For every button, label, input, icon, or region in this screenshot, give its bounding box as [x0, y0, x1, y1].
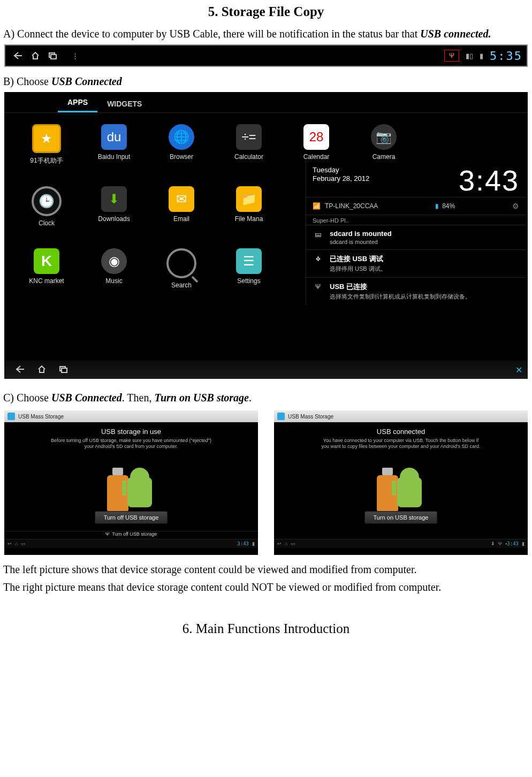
close-panel-icon[interactable]: ✕ — [515, 365, 522, 375]
app-item[interactable]: ⬇Downloads — [80, 186, 148, 240]
back-icon[interactable]: ↩ — [7, 541, 12, 546]
status-clock: 5:35 — [490, 49, 522, 63]
recent-apps-icon[interactable]: ▭ — [21, 541, 26, 546]
step-a-bold: USB connected. — [420, 28, 491, 40]
usb-plugged-icon: Ψ — [444, 50, 459, 62]
home-icon[interactable] — [31, 365, 52, 375]
battery-icon: ▮ — [480, 52, 483, 60]
app-label: 91手机助手 — [30, 156, 63, 165]
statusbar-screenshot: ⋮ Ψ ▮▯ ▮ 5:35 — [4, 44, 528, 67]
mail-icon: ✉ — [169, 186, 194, 212]
notif-item-usb-connected[interactable]: Ψ USB 已连接 选择将文件复制到计算机或从计算机复制到存储设备。 — [306, 277, 526, 305]
step-c-bold1: USB Connected — [51, 392, 122, 403]
bug-icon: ❖ — [313, 255, 323, 263]
step-c-pre: C) Choose — [3, 392, 51, 403]
calendar-icon: 28 — [303, 124, 329, 150]
overflow-icon: ⋮ — [72, 52, 80, 60]
wifi-icon: 📶 — [313, 202, 321, 210]
app-item[interactable]: ☰Settings — [215, 248, 283, 302]
recent-apps-icon[interactable] — [52, 365, 74, 375]
recent-apps-icon[interactable]: ▭ — [291, 541, 295, 546]
usb-icon: Ψ — [313, 283, 323, 291]
turn-off-usb-storage-button[interactable]: Turn off USB storage — [95, 511, 168, 524]
tab-apps[interactable]: APPS — [58, 94, 97, 112]
app-label: Clock — [39, 219, 55, 227]
usb-subtext: Before turning off USB storage, make sur… — [51, 438, 211, 450]
notif-item-sub: sdcard is mounted — [330, 239, 392, 245]
section-5-title: 5. Storage File Copy — [0, 4, 532, 19]
clock-icon: 🕒 — [32, 186, 62, 216]
app-item[interactable]: KKNC market — [13, 248, 80, 302]
signal-icon: ▮ — [252, 541, 255, 546]
usb-heading: USB storage in use — [101, 428, 161, 436]
app-label: Downloads — [98, 215, 130, 223]
app-label: Search — [171, 281, 192, 289]
usb-storage-screenshots: USB Mass Storage USB storage in use Befo… — [4, 410, 528, 555]
signal-icon: ▮▯ — [466, 52, 473, 60]
app-item[interactable]: ◉Music — [80, 248, 148, 302]
folder-icon: 📁 — [236, 186, 262, 212]
notif-item-sdcard[interactable]: 🖴 sdcard is mounted sdcard is mounted — [306, 225, 526, 249]
step-a: A) Connect the device to computer by USB… — [0, 27, 532, 41]
app-item[interactable]: duBaidu Input — [80, 124, 148, 178]
app-91-icon: ★ — [32, 124, 61, 153]
window-app-icon — [7, 413, 15, 420]
status-clock: 3:43 — [237, 541, 249, 546]
home-icon — [27, 49, 44, 62]
app-label: Music — [105, 277, 122, 285]
app-item[interactable]: 🌐Browser — [148, 124, 215, 178]
back-icon[interactable]: ↩ — [277, 541, 282, 546]
settings-icon: ☰ — [236, 248, 262, 274]
back-icon[interactable] — [10, 365, 31, 375]
notif-item-title: USB 已连接 — [330, 282, 471, 292]
quick-settings[interactable]: 📶 TP-LINK_20CCAA ▮ 84% ⚙ — [306, 197, 526, 215]
usb-heading: USB connected — [377, 428, 425, 436]
tab-widgets[interactable]: WIDGETS — [97, 95, 151, 112]
music-icon: ◉ — [101, 248, 127, 274]
back-icon — [10, 49, 27, 62]
svg-rect-3 — [62, 368, 67, 372]
app-label: Calendar — [303, 153, 330, 161]
ongoing-notif-text: Turn off USB storage — [112, 531, 157, 537]
window-titlebar: USB Mass Storage — [4, 410, 258, 422]
step-b-bold: USB Connected — [51, 75, 122, 87]
ongoing-notif-label: Ψ Turn off USB storage — [4, 531, 258, 539]
app-item[interactable]: 🕒Clock — [13, 186, 80, 240]
notif-weekday: Tuesday — [313, 166, 369, 174]
camera-icon: 📷 — [371, 124, 397, 150]
home-icon[interactable]: ⌂ — [285, 541, 287, 546]
app-item[interactable]: ÷=Calculator — [215, 124, 283, 178]
app-item[interactable]: ★91手机助手 — [13, 124, 80, 178]
step-b-text: B) Choose — [3, 75, 51, 87]
notif-item-title: sdcard is mounted — [330, 230, 392, 238]
svg-rect-1 — [51, 55, 56, 59]
app-item[interactable]: ✉Email — [148, 186, 215, 240]
android-usb-figure — [377, 459, 425, 513]
sdcard-icon: 🖴 — [313, 231, 323, 238]
usb-icon: Ψ — [105, 531, 110, 537]
app-label: KNC market — [29, 277, 64, 285]
quick-settings-icon[interactable]: ⚙ — [512, 202, 519, 210]
turn-on-usb-storage-button[interactable]: Turn on USB storage — [364, 511, 438, 524]
app-label: Email — [173, 215, 189, 223]
explain-right: The right picture means that device stor… — [0, 580, 532, 595]
window-title: USB Mass Storage — [18, 414, 64, 420]
usb-icon: Ψ — [498, 541, 503, 546]
step-c: C) Choose USB Connected. Then, Turn on U… — [0, 391, 532, 405]
step-b: B) Choose USB Connected — [0, 74, 532, 89]
home-icon[interactable]: ⌂ — [15, 541, 18, 546]
notif-item-usb-debug[interactable]: ❖ 已连接 USB 调试 选择停用 USB 调试。 — [306, 249, 526, 277]
signal-icon: ▮ — [522, 541, 525, 546]
app-label: Calculator — [234, 153, 263, 161]
download-icon: ⬇ — [101, 186, 127, 212]
app-item[interactable]: Search — [148, 248, 215, 302]
app-item[interactable]: 📁File Mana — [215, 186, 283, 240]
notif-item-sub: 选择将文件复制到计算机或从计算机复制到存储设备。 — [330, 293, 471, 301]
app-label: File Mana — [235, 215, 263, 223]
download-icon: ⬇ — [491, 541, 495, 546]
notification-panel: Tuesday February 28, 2012 3:43 📶 TP-LINK… — [306, 161, 526, 305]
notif-fulldate: February 28, 2012 — [313, 174, 369, 183]
step-c-bold2: Turn on USB storage — [154, 392, 249, 403]
step-c-end: . — [249, 392, 252, 403]
search-icon — [166, 248, 196, 278]
